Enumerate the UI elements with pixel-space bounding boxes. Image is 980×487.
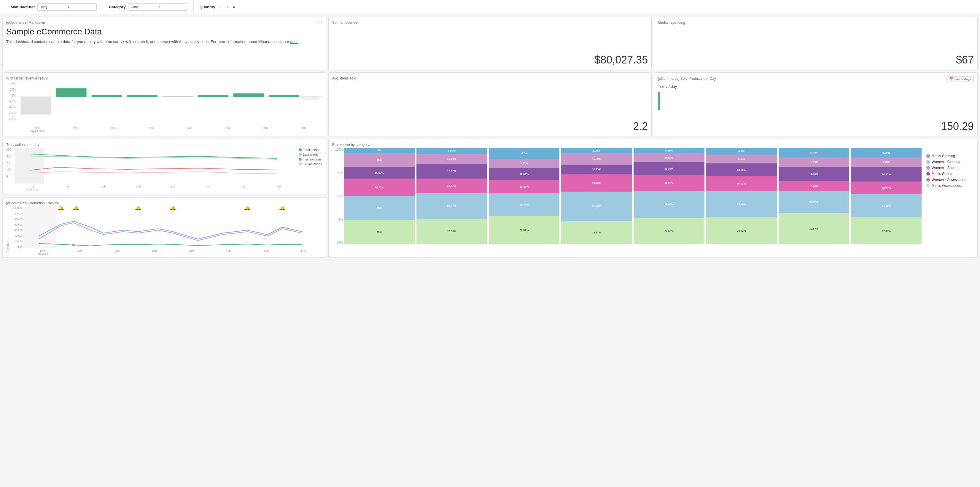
stacked-bar-3: 11.3% 9.57% 12.61% 13.48% 23.48% 29.57% (489, 148, 559, 244)
legend-transactions: Transactions (299, 158, 322, 161)
svg-rect-2 (56, 88, 86, 97)
avg-items-value: 2.2 (332, 120, 648, 132)
category-value: Any (131, 5, 157, 9)
legend-mens-clothing: Men's Clothing (926, 154, 974, 158)
breakdown-legend: Men's Clothing Women's Clothing Women's … (926, 148, 974, 250)
svg-rect-8 (269, 95, 299, 97)
sold-products-panel: [eCommerce] Sold Products per Day 📅 Last… (654, 72, 978, 137)
svg-rect-10 (15, 148, 44, 184)
stacked-bar-1: 5% 15% 11.67% 18.33% 25% 25% (344, 148, 415, 244)
svg-text:🔔: 🔔 (278, 206, 286, 210)
markdown-panel-id: [eCommerce] Markdown (6, 21, 322, 25)
avg-items-title: Avg. items sold (332, 76, 648, 80)
stacked-bar-5: 5.53% 9.22% 13.36% 16.59% 27.65% 27.65% (633, 148, 704, 244)
stacked-bar-8: 9.95% 9.95% 14.93% 12.94% 24.38% 27.86% (851, 148, 921, 244)
svg-rect-1 (21, 97, 51, 115)
category-label: Category (109, 5, 126, 9)
svg-text:🔔: 🔔 (134, 206, 142, 210)
median-panel: Median spending $67 (654, 17, 978, 70)
legend-last-week: Last week (299, 153, 322, 156)
sold-products-value: 150.29 (658, 120, 974, 132)
svg-rect-5 (162, 96, 193, 97)
promotion-chart: 🔔 🔔 🔔 🔔 🔔 🔔 (24, 207, 322, 248)
median-title: Median spending (658, 21, 974, 25)
promotion-title: [eCommerce] Promotion Tracking (6, 201, 322, 205)
stacked-bar-6: 6.9% 9.05% 13.36% 15.52% 27.16% 28.02% (706, 148, 777, 244)
manufacturer-value: Any (41, 5, 67, 9)
svg-text:🔔: 🔔 (243, 206, 251, 210)
stacked-bar-2: 6.25% 10.29% 15.07% 15.07% 26.47% 26.84% (417, 148, 487, 244)
quantity-label: Quantity (200, 5, 215, 9)
svg-text:🔔: 🔔 (57, 206, 65, 210)
markdown-title: Sample eCommerce Data (6, 27, 322, 37)
transactions-title: Transactions per day (6, 143, 322, 147)
markdown-description: This dashboard contains sample data for … (6, 39, 322, 45)
revenue-panel: Sum of revenue $80,027.35 (328, 17, 652, 70)
median-value: $67 (658, 54, 974, 66)
revenue-value: $80,027.35 (332, 54, 648, 66)
sold-products-title: [eCommerce] Sold Products per Day (658, 76, 716, 81)
svg-point-19 (72, 244, 75, 246)
top-bar: Manufacturer Any ▾ Category Any ▾ Quanti… (0, 0, 980, 14)
quantity-to: 4 (233, 5, 235, 9)
promotion-panel: [eCommerce] Promotion Tracking Revenue .… (2, 197, 326, 258)
stacked-bar-7: 9.72% 10.19% 14.35% 10.65% 22.22% 32.87% (779, 148, 849, 244)
sold-products-header: [eCommerce] Sold Products per Day 📅 Last… (658, 76, 974, 82)
docs-link[interactable]: docs (290, 40, 298, 44)
svg-text:🔔: 🔔 (169, 206, 177, 210)
target-title: % of target revenue ($10k) (6, 76, 322, 80)
sold-bar-indicator (658, 92, 660, 110)
legend-womens-accessories: Women's Accessories (926, 178, 974, 182)
manufacturer-filter[interactable]: Manufacturer Any ▾ (5, 0, 103, 14)
breakdown-panel: Breakdown by category 100% 80% 60% 40% 2… (328, 139, 978, 258)
stacked-bars: 5% 15% 11.67% 18.33% 25% 25% 6.25% 10.29… (344, 148, 921, 250)
legend-womens-shoes: Women's Shoes (926, 166, 974, 170)
avg-items-panel: Avg. items sold 2.2 (328, 72, 652, 137)
manufacturer-select[interactable]: Any ▾ (37, 3, 97, 11)
svg-rect-7 (234, 94, 264, 97)
quantity-arrow: → (224, 5, 229, 10)
legend-mens-accessories: Men's Accessories (926, 184, 974, 188)
category-chevron: ▾ (158, 5, 184, 9)
legend-tx-last-week: Tx. last week (299, 162, 322, 166)
transactions-chart (6, 148, 296, 184)
svg-rect-9 (302, 96, 320, 100)
target-panel: % of target revenue ($10k) 40% 20% 0% -2… (2, 72, 326, 137)
manufacturer-chevron: ▾ (68, 5, 94, 9)
promotion-y-label: Revenue ... (6, 207, 10, 254)
breakdown-title: Breakdown by category (332, 143, 974, 147)
date-badge[interactable]: 📅 Last 7 days (947, 76, 974, 82)
category-select[interactable]: Any ▾ (128, 3, 188, 11)
transactions-panel: Transactions per day 400 300 200 100 0 (2, 139, 326, 195)
svg-rect-6 (198, 95, 228, 97)
quantity-filter: Quantity 1 → 4 (194, 5, 241, 10)
svg-rect-4 (127, 95, 157, 97)
svg-rect-3 (92, 95, 122, 97)
legend-womens-clothing: Women's Clothing (926, 160, 974, 164)
dashboard-grid: [eCommerce] Markdown ··· Sample eCommerc… (0, 14, 980, 260)
manufacturer-label: Manufacturer (11, 5, 35, 9)
legend-mens-shoes: Men's Shoes (926, 172, 974, 176)
markdown-panel: [eCommerce] Markdown ··· Sample eCommerc… (2, 17, 326, 70)
panel-menu-icon[interactable]: ··· (318, 20, 322, 25)
quantity-from: 1 (219, 5, 221, 9)
target-chart (18, 81, 322, 120)
svg-rect-12 (24, 207, 56, 248)
transactions-legend: Total items Last week Transactions Tx. l… (299, 148, 322, 191)
trxns-label: Trxns / day (658, 84, 974, 89)
svg-text:🔔: 🔔 (72, 206, 80, 210)
category-filter[interactable]: Category Any ▾ (103, 0, 193, 14)
stacked-bar-4: 5.29% 11.89% 10.13% 18.06% 29.96% 24.67% (561, 148, 632, 244)
legend-total-items: Total items (299, 148, 322, 151)
revenue-title: Sum of revenue (332, 21, 648, 25)
